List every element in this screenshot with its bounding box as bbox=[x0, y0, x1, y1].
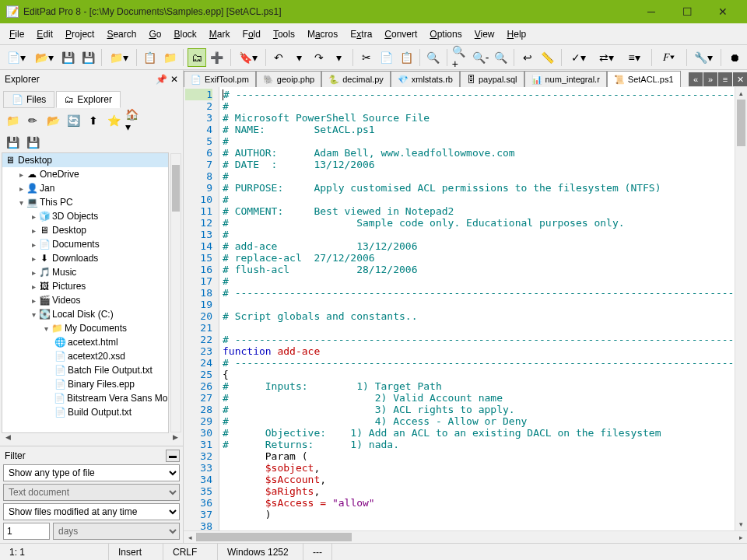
tree-file[interactable]: 🌐acetext.html bbox=[2, 335, 168, 349]
tab-geoip[interactable]: 🐘geoip.php bbox=[256, 71, 321, 87]
edit-button[interactable]: ✏ bbox=[23, 111, 42, 130]
cut-button[interactable]: ✂ bbox=[357, 48, 376, 67]
tree-file[interactable]: 📄acetext20.xsd bbox=[2, 349, 168, 363]
menu-block[interactable]: Block bbox=[168, 26, 203, 43]
tab-exiftool[interactable]: 📄ExifTool.pm bbox=[184, 71, 256, 87]
copy-button[interactable]: 📋 bbox=[141, 48, 160, 67]
zoom-out-button[interactable]: 🔍- bbox=[472, 48, 490, 67]
tree-documents[interactable]: ▸📄Documents bbox=[2, 237, 168, 251]
minimize-button[interactable]: ─ bbox=[633, 0, 669, 23]
record-button[interactable]: ⏺ bbox=[725, 48, 744, 67]
zoom-in-button[interactable]: 🔍+ bbox=[451, 48, 470, 67]
menu-go[interactable]: Go bbox=[142, 26, 167, 43]
tree-mydocs[interactable]: ▾📁My Documents bbox=[2, 321, 168, 335]
tree-scrollbar[interactable] bbox=[170, 153, 181, 432]
tab-paypal[interactable]: 🗄paypal.sql bbox=[460, 71, 524, 87]
menu-view[interactable]: View bbox=[468, 26, 501, 43]
menu-tools[interactable]: Tools bbox=[267, 26, 301, 43]
maximize-button[interactable]: ☐ bbox=[669, 0, 705, 23]
save-green2-button[interactable]: 💾 bbox=[23, 133, 42, 152]
spell-button[interactable]: ✓▾ bbox=[566, 48, 592, 67]
undo-more-button[interactable]: ▾ bbox=[289, 48, 308, 67]
ruler-button[interactable]: 📏 bbox=[538, 48, 557, 67]
menu-search[interactable]: Search bbox=[100, 26, 142, 43]
redo-button[interactable]: ↷ bbox=[310, 48, 328, 67]
pin-icon[interactable]: 📌 bbox=[156, 74, 167, 85]
home-button[interactable]: 🏠▾ bbox=[124, 111, 143, 130]
explorer-toggle-button[interactable]: 🗂 bbox=[188, 48, 206, 67]
open-folder-button[interactable]: 📂 bbox=[44, 111, 62, 130]
tab-close-button[interactable]: ✕ bbox=[733, 72, 747, 86]
tab-next-button[interactable]: » bbox=[703, 72, 717, 86]
menu-mark[interactable]: Mark bbox=[203, 26, 237, 43]
undo-button[interactable]: ↶ bbox=[270, 48, 289, 67]
menu-help[interactable]: Help bbox=[501, 26, 533, 43]
wrap-button[interactable]: ↩ bbox=[518, 48, 537, 67]
editor-vscrollbar[interactable]: ▴ ▾ bbox=[735, 87, 747, 530]
menu-file[interactable]: File bbox=[3, 26, 30, 43]
tree-file[interactable]: 📄Batch File Output.txt bbox=[2, 363, 168, 377]
tree-thispc[interactable]: ▾💻This PC bbox=[2, 195, 168, 209]
filter-collapse-button[interactable]: ▬ bbox=[166, 450, 180, 462]
filter-doc-select[interactable]: Text document bbox=[3, 484, 180, 501]
font-button[interactable]: 𝐹▾ bbox=[656, 48, 682, 67]
tree-localdisk[interactable]: ▾💽Local Disk (C:) bbox=[2, 307, 168, 321]
menu-convert[interactable]: Convert bbox=[378, 26, 423, 43]
filter-modified-select[interactable]: Show files modified at any time bbox=[3, 503, 180, 520]
tree-pictures[interactable]: ▸🖼Pictures bbox=[2, 279, 168, 293]
bookmark-button[interactable]: 🔖▾ bbox=[235, 48, 261, 67]
tree-music[interactable]: ▸🎵Music bbox=[2, 265, 168, 279]
tree-file[interactable]: 📄Binary Files.epp bbox=[2, 377, 168, 391]
save-green-button[interactable]: 💾 bbox=[3, 133, 22, 152]
tab-decimal[interactable]: 🐍decimal.py bbox=[321, 71, 391, 87]
menu-macros[interactable]: Macros bbox=[301, 26, 344, 43]
folder-button[interactable]: 📁 bbox=[160, 48, 179, 67]
menu-options[interactable]: Options bbox=[423, 26, 468, 43]
code-editor[interactable]: # --------------------------------------… bbox=[219, 87, 735, 530]
menu-fold[interactable]: Fold bbox=[237, 26, 267, 43]
refresh-button[interactable]: 🔄 bbox=[64, 111, 82, 130]
tree-file[interactable]: 📄Bitstream Vera Sans Mono bbox=[2, 391, 168, 405]
tab-list-button[interactable]: ≡ bbox=[718, 72, 732, 86]
panel-close-icon[interactable]: ✕ bbox=[170, 74, 178, 85]
tab-setacl[interactable]: 📜SetACL.ps1 bbox=[607, 71, 681, 87]
tree-jan[interactable]: ▸👤Jan bbox=[2, 181, 168, 195]
copy-text-button[interactable]: 📄 bbox=[377, 48, 395, 67]
explorer-tab[interactable]: 🗂 Explorer bbox=[56, 91, 121, 108]
filter-type-select[interactable]: Show any type of file bbox=[3, 464, 180, 481]
tree-desktop[interactable]: 🖥Desktop bbox=[2, 153, 168, 167]
editor-hscrollbar[interactable]: ◂ ▸ bbox=[184, 530, 747, 543]
close-button[interactable]: ✕ bbox=[705, 0, 741, 23]
fav-folder-button[interactable]: ⭐ bbox=[104, 111, 123, 130]
filter-number-input[interactable] bbox=[3, 523, 50, 540]
tab-xmlstats[interactable]: 💎xmlstats.rb bbox=[391, 71, 460, 87]
find-button[interactable]: 🔍 bbox=[424, 48, 443, 67]
sort-button[interactable]: ≡▾ bbox=[621, 48, 647, 67]
redo-more-button[interactable]: ▾ bbox=[330, 48, 349, 67]
tab-numintegral[interactable]: 📊num_integral.r bbox=[524, 71, 607, 87]
new-folder-button[interactable]: 📁 bbox=[3, 111, 22, 130]
tree-downloads[interactable]: ▸⬇Downloads bbox=[2, 251, 168, 265]
new-file-button[interactable]: 📄▾ bbox=[3, 48, 30, 67]
filter-unit-select[interactable]: days bbox=[53, 523, 180, 540]
up-folder-button[interactable]: ⬆ bbox=[84, 111, 103, 130]
open-file-button[interactable]: 📂▾ bbox=[31, 48, 58, 67]
tab-prev-button[interactable]: « bbox=[689, 72, 703, 86]
add-panel-button[interactable]: ➕ bbox=[208, 48, 226, 67]
files-tab[interactable]: 📄 Files bbox=[3, 91, 54, 108]
open-project-button[interactable]: 📁▾ bbox=[106, 48, 132, 67]
save-button[interactable]: 💾 bbox=[58, 48, 77, 67]
compare-button[interactable]: ⇄▾ bbox=[594, 48, 620, 67]
menu-project[interactable]: Project bbox=[59, 26, 100, 43]
tree-videos[interactable]: ▸🎬Videos bbox=[2, 293, 168, 307]
folder-tree[interactable]: 🖥Desktop ▸☁OneDrive ▸👤Jan ▾💻This PC ▸🧊3D… bbox=[2, 152, 169, 433]
tree-desktop2[interactable]: ▸🖥Desktop bbox=[2, 223, 168, 237]
save-all-button[interactable]: 💾 bbox=[79, 48, 97, 67]
tree-onedrive[interactable]: ▸☁OneDrive bbox=[2, 167, 168, 181]
tree-file[interactable]: 📄Build Output.txt bbox=[2, 405, 168, 419]
tree-3dobjects[interactable]: ▸🧊3D Objects bbox=[2, 209, 168, 223]
zoom-reset-button[interactable]: 🔍 bbox=[491, 48, 510, 67]
paste-button[interactable]: 📋 bbox=[397, 48, 416, 67]
tools-button[interactable]: 🔧▾ bbox=[691, 48, 717, 67]
menu-edit[interactable]: Edit bbox=[30, 26, 59, 43]
